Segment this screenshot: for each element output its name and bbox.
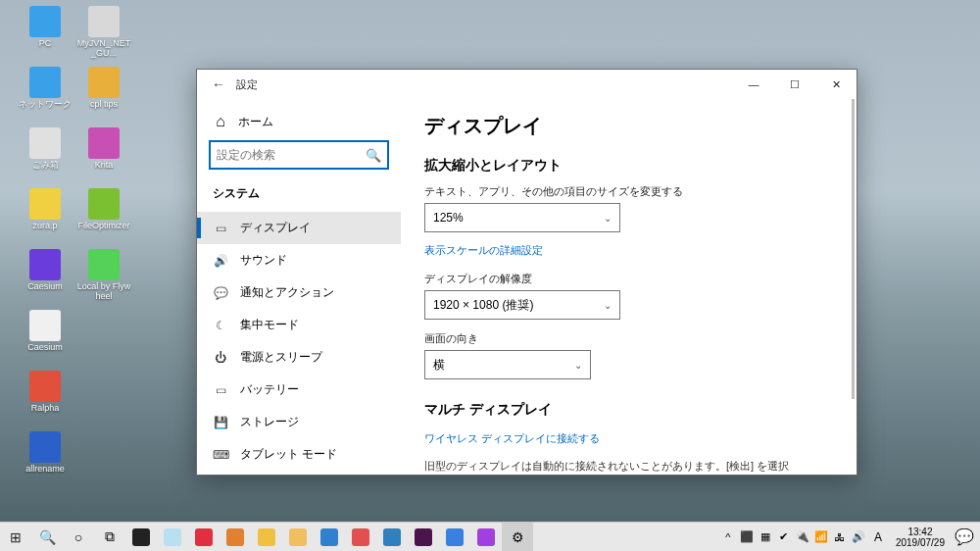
nav-item-マルチタスク[interactable]: ⊞マルチタスク — [197, 471, 401, 475]
orientation-value: 横 — [433, 357, 445, 374]
resolution-select[interactable]: 1920 × 1080 (推奨) ⌄ — [424, 290, 620, 320]
nav-icon: ⏻ — [213, 351, 228, 365]
tray-icon-2[interactable]: ▦ — [758, 529, 773, 545]
home-link[interactable]: ⌂ ホーム — [197, 107, 401, 140]
ime-indicator[interactable]: A — [870, 529, 886, 545]
nav-label: ディスプレイ — [240, 220, 311, 236]
desktop-icon-Caesium[interactable]: Caesium — [18, 310, 73, 353]
taskbar-store[interactable] — [125, 523, 157, 551]
taskbar-slack[interactable] — [408, 523, 439, 551]
clock[interactable]: 13:42 2019/07/29 — [890, 526, 951, 548]
desktop-icon-PC[interactable]: PC — [18, 6, 73, 49]
nav-icon: ☾ — [213, 319, 228, 332]
icon-label: Caesium — [18, 282, 73, 292]
taskbar-cortana[interactable]: ○ — [63, 523, 94, 551]
chevron-down-icon: ⌄ — [574, 360, 582, 371]
desktop-icon-MyJVN_.NET_GU...[interactable]: MyJVN_.NET_GU... — [76, 6, 131, 59]
nav-icon: ▭ — [213, 383, 228, 397]
clock-time: 13:42 — [896, 526, 945, 537]
tray-icon-7[interactable]: 🔊 — [851, 529, 866, 545]
opera-icon — [195, 528, 213, 546]
nav-item-ストレージ[interactable]: 💾ストレージ — [197, 406, 401, 438]
nav-icon: 🔊 — [213, 254, 228, 268]
thunderbird-icon — [320, 528, 338, 546]
taskbar-start[interactable]: ⊞ — [0, 523, 31, 551]
nav-item-通知とアクション[interactable]: 💬通知とアクション — [197, 276, 401, 309]
nav-item-ディスプレイ[interactable]: ▭ディスプレイ — [197, 212, 401, 244]
section-scale-title: 拡大縮小とレイアウト — [424, 157, 833, 175]
desktop-icon-Ralpha[interactable]: Ralpha — [18, 371, 73, 414]
tray-icon-6[interactable]: 🖧 — [832, 529, 848, 545]
minimize-button[interactable]: — — [733, 70, 774, 99]
scale-select[interactable]: 125% ⌄ — [424, 203, 620, 232]
app-icon — [29, 188, 61, 220]
nav-item-サウンド[interactable]: 🔊サウンド — [197, 244, 401, 276]
icon-label: Caesium — [18, 343, 73, 353]
maximize-button[interactable]: ☐ — [774, 70, 815, 99]
taskbar-figma[interactable] — [470, 523, 502, 551]
desktop-icon-ネットワーク[interactable]: ネットワーク — [18, 67, 73, 110]
tray-icon-5[interactable]: 📶 — [813, 529, 829, 545]
icon-label: Ralpha — [18, 404, 73, 414]
nav-label: バッテリー — [240, 381, 299, 398]
icon-label: FileOptimizer — [76, 222, 131, 231]
desktop-icon-Local by Flywheel[interactable]: Local by Flywheel — [76, 249, 131, 302]
taskbar-firefox[interactable] — [220, 523, 251, 551]
taskbar-opera[interactable] — [188, 523, 220, 551]
taskbar-taskview[interactable]: ⧉ — [94, 523, 125, 551]
desktop-icon-Caesium[interactable]: Caesium — [18, 249, 73, 292]
desktop-icon-Krita[interactable]: Krita — [76, 127, 131, 171]
tray-icon-4[interactable]: 🔌 — [795, 529, 810, 545]
tray-icon-0[interactable]: ^ — [720, 529, 736, 545]
scale-label: テキスト、アプリ、その他の項目のサイズを変更する — [424, 184, 833, 199]
taskbar-todoist[interactable] — [345, 523, 376, 551]
resolution-label: ディスプレイの解像度 — [424, 272, 833, 286]
tray-icon-3[interactable]: ✔ — [776, 529, 792, 545]
nav-item-電源とスリープ[interactable]: ⏻電源とスリープ — [197, 341, 401, 374]
taskbar-itunes[interactable] — [157, 523, 188, 551]
search-icon: 🔍 — [366, 148, 381, 163]
icon-label: PC — [18, 39, 73, 49]
action-center-icon[interactable]: 💬 — [955, 527, 974, 547]
app-icon — [29, 127, 61, 159]
orientation-select[interactable]: 横 ⌄ — [424, 350, 591, 379]
taskbar-explorer[interactable] — [282, 523, 314, 551]
taskbar-vscode[interactable] — [376, 523, 408, 551]
settings-sidebar: ⌂ ホーム 🔍 システム ▭ディスプレイ🔊サウンド💬通知とアクション☾集中モード… — [197, 99, 401, 475]
page-title: ディスプレイ — [424, 113, 833, 139]
taskbar-search[interactable]: 🔍 — [31, 523, 63, 551]
explorer-icon — [289, 528, 307, 546]
icon-label: zura.p — [18, 222, 73, 231]
search-box[interactable]: 🔍 — [209, 140, 389, 170]
close-button[interactable]: ✕ — [815, 70, 857, 99]
wireless-display-link[interactable]: ワイヤレス ディスプレイに接続する — [424, 431, 600, 446]
scale-value: 125% — [433, 211, 464, 225]
nav-item-バッテリー[interactable]: ▭バッテリー — [197, 374, 401, 406]
icon-label: Local by Flywheel — [76, 282, 131, 302]
taskbar-todo[interactable] — [439, 523, 470, 551]
nav-label: サウンド — [240, 252, 287, 269]
app-icon — [88, 249, 120, 280]
nav-item-タブレット モード[interactable]: ⌨タブレット モード — [197, 438, 401, 471]
back-button[interactable]: ← — [205, 76, 232, 92]
desktop-icon-ごみ箱[interactable]: ごみ箱 — [18, 127, 73, 171]
resolution-value: 1920 × 1080 (推奨) — [433, 297, 533, 314]
window-title: 設定 — [236, 77, 258, 92]
taskbar-chrome[interactable] — [251, 523, 282, 551]
desktop-icon-cpl tips[interactable]: cpl tips — [76, 67, 131, 110]
scrollbar[interactable] — [852, 99, 855, 399]
advanced-scale-link[interactable]: 表示スケールの詳細設定 — [424, 243, 543, 258]
tray-icon-1[interactable]: ⬛ — [739, 529, 755, 545]
titlebar: ← 設定 — ☐ ✕ — [197, 70, 857, 99]
taskbar-settings[interactable]: ⚙ — [502, 523, 533, 551]
nav-label: タブレット モード — [240, 446, 337, 463]
desktop-icon-FileOptimizer[interactable]: FileOptimizer — [76, 188, 131, 231]
desktop-icon-zura.p[interactable]: zura.p — [18, 188, 73, 231]
nav-icon: 💬 — [213, 286, 228, 300]
search-input[interactable] — [217, 148, 366, 162]
taskbar-thunderbird[interactable] — [314, 523, 345, 551]
desktop-icon-allrename[interactable]: allrename — [18, 431, 73, 475]
nav-item-集中モード[interactable]: ☾集中モード — [197, 309, 401, 341]
home-label: ホーム — [238, 114, 273, 130]
app-icon — [29, 249, 61, 280]
